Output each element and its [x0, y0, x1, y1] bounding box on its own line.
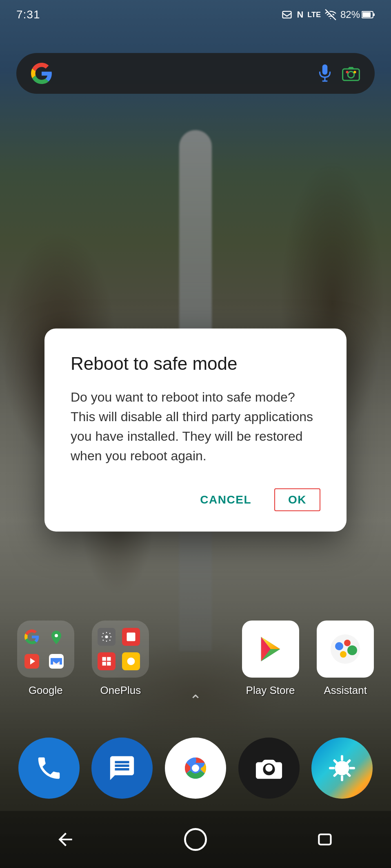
photos-dock-icon[interactable] [311, 738, 373, 799]
nfc-icon: N [297, 9, 303, 20]
op-red-mini-icon [122, 628, 140, 646]
status-bar: 7:31 N LTE 82% [0, 0, 391, 29]
voice-search-icon[interactable] [316, 64, 334, 82]
svg-rect-2 [362, 12, 371, 17]
status-icons: N LTE 82% [281, 9, 375, 20]
assistant-label: Assistant [324, 684, 367, 697]
svg-point-15 [105, 636, 108, 638]
svg-point-20 [344, 640, 351, 646]
svg-point-26 [192, 764, 199, 772]
phone-dock-icon[interactable] [18, 738, 80, 799]
svg-point-22 [340, 651, 347, 658]
camera-dock-icon[interactable] [238, 738, 300, 799]
signal-icon [325, 9, 336, 20]
google-folder-item[interactable]: Google [17, 621, 74, 697]
visual-search-icon[interactable] [342, 64, 360, 82]
back-button[interactable] [49, 823, 82, 856]
svg-point-17 [127, 658, 135, 665]
play-store-item[interactable]: Play Store [242, 621, 299, 697]
dialog-message: Do you want to reboot into safe mode? Th… [71, 387, 320, 466]
app-grid: Google [0, 621, 391, 697]
play-store-icon [242, 621, 299, 678]
search-actions [316, 64, 360, 82]
reboot-dialog: Reboot to safe mode Do you want to reboo… [44, 328, 347, 532]
notification-icon [281, 9, 293, 20]
svg-point-19 [335, 642, 343, 650]
chrome-dock-icon[interactable] [165, 738, 226, 799]
assistant-icon [317, 621, 374, 678]
google-mini-icon [23, 628, 41, 646]
oneplus-folder-label: OnePlus [100, 684, 141, 697]
svg-rect-4 [322, 64, 328, 75]
assistant-item[interactable]: Assistant [317, 621, 374, 697]
op-yellow-mini-icon [122, 652, 140, 670]
settings-mini-icon [98, 628, 116, 646]
battery-icon [362, 11, 375, 19]
dock [0, 738, 391, 799]
dialog-buttons: CANCEL OK [71, 488, 320, 511]
svg-point-9 [346, 71, 348, 73]
recents-button[interactable] [309, 823, 342, 856]
svg-rect-16 [127, 633, 136, 641]
oneplus-folder-icon [92, 621, 149, 678]
maps-mini-icon [47, 628, 65, 646]
svg-point-10 [353, 71, 356, 73]
empty-slot [167, 640, 224, 697]
search-bar[interactable] [16, 53, 375, 94]
home-button[interactable] [179, 823, 212, 856]
messages-dock-icon[interactable] [91, 738, 153, 799]
status-time: 7:31 [16, 8, 40, 21]
google-g-logo [31, 63, 52, 84]
play-store-label: Play Store [246, 684, 295, 697]
svg-rect-29 [319, 835, 331, 845]
oneplus-folder-item[interactable]: OnePlus [92, 621, 149, 697]
svg-rect-3 [373, 13, 375, 16]
cancel-button[interactable]: CANCEL [193, 489, 258, 510]
youtube-mini-icon [23, 652, 41, 670]
svg-point-8 [348, 71, 354, 78]
dialog-title: Reboot to safe mode [71, 353, 320, 374]
google-folder-label: Google [29, 684, 63, 697]
lte-icon: LTE [307, 11, 321, 19]
google-folder-icon [17, 621, 74, 678]
ok-button[interactable]: OK [274, 488, 320, 511]
svg-point-21 [347, 645, 357, 655]
navigation-bar [0, 811, 391, 868]
battery-indicator: 82% [340, 9, 375, 20]
svg-rect-7 [343, 69, 360, 80]
op-app2-mini-icon [98, 652, 116, 670]
svg-point-11 [55, 634, 58, 637]
gmail-mini-icon [47, 652, 65, 670]
battery-pct: 82% [340, 9, 360, 20]
svg-point-28 [185, 829, 206, 850]
